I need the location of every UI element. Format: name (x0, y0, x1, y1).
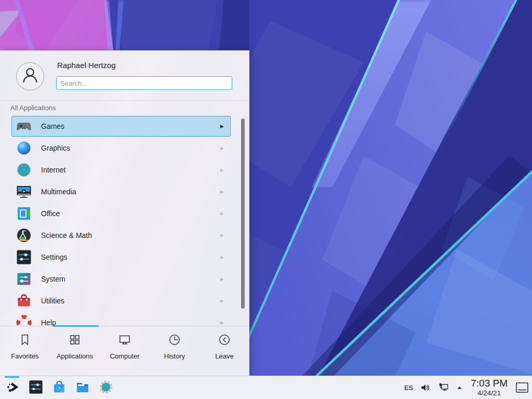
leave-icon (218, 333, 231, 349)
submenu-arrow-icon: ▶ (220, 320, 224, 325)
clock-time: 7:03 PM (471, 378, 508, 388)
settings-icon (16, 249, 32, 265)
system-tray: ES 7:03 PM 4/24/21 (404, 378, 529, 397)
submenu-arrow-icon: ▶ (220, 233, 224, 238)
graphics-icon (16, 140, 32, 156)
tab-applications[interactable]: Applications (50, 326, 100, 376)
help-icon (16, 314, 32, 326)
section-label: All Applications (10, 104, 56, 112)
taskbar-button-application-launcher[interactable] (4, 379, 21, 396)
submenu-arrow-icon: ▶ (220, 255, 224, 260)
bookmark-icon (18, 333, 32, 349)
desktop: Raphael Hertzog All Applications Games ▶… (0, 0, 532, 399)
submenu-arrow-icon: ▶ (220, 211, 224, 216)
category-utilities[interactable]: Utilities ▶ (11, 290, 231, 311)
system-icon (16, 271, 32, 287)
tab-favorites[interactable]: Favorites (0, 326, 50, 376)
taskbar-button-discover[interactable] (51, 379, 68, 396)
user-name: Raphael Hertzog (57, 61, 116, 70)
category-games[interactable]: Games ▶ (11, 116, 231, 137)
submenu-arrow-icon: ▶ (220, 167, 224, 172)
submenu-arrow-icon: ▶ (220, 189, 224, 194)
user-avatar[interactable] (16, 62, 44, 90)
show-desktop-button[interactable] (515, 381, 529, 394)
kickoff-icon (5, 379, 20, 396)
digital-clock[interactable]: 7:03 PM 4/24/21 (471, 378, 508, 397)
system-settings-icon (28, 379, 44, 396)
category-list: Games ▶ Graphics ▶ Internet ▶ Multimedia… (0, 116, 249, 326)
search-input[interactable] (56, 76, 232, 90)
gamepad-icon (16, 118, 32, 135)
category-science-math[interactable]: Science & Math ▶ (11, 225, 231, 246)
submenu-arrow-icon: ▶ (220, 276, 224, 282)
active-task-indicator (5, 376, 19, 378)
submenu-arrow-icon: ▶ (220, 145, 224, 151)
submenu-arrow-icon: ▶ (220, 124, 224, 129)
dolphin-icon (75, 379, 90, 396)
science-icon (16, 227, 32, 244)
grid-icon (68, 333, 82, 349)
launcher-tab-bar: Favorites Applications Computer History … (0, 326, 249, 376)
volume-icon[interactable] (420, 382, 431, 393)
tab-computer[interactable]: Computer (100, 326, 150, 376)
tab-history[interactable]: History (150, 326, 200, 376)
taskbar: ES 7:03 PM 4/24/21 (0, 376, 532, 399)
clock-icon (168, 333, 181, 349)
taskbar-button-file-manager[interactable] (74, 379, 91, 396)
multimedia-icon (16, 183, 32, 200)
category-system[interactable]: System ▶ (11, 269, 231, 289)
taskbar-button-system-settings[interactable] (28, 379, 44, 396)
category-internet[interactable]: Internet ▶ (11, 159, 231, 180)
utilities-icon (16, 292, 32, 309)
office-icon (16, 205, 32, 222)
network-icon[interactable] (438, 382, 449, 393)
user-icon (18, 63, 42, 89)
list-scrollbar[interactable] (241, 118, 245, 309)
browser-icon (98, 379, 114, 396)
globe-icon (16, 162, 32, 178)
monitor-icon (118, 333, 131, 349)
expand-tray-caret-icon[interactable] (456, 384, 463, 391)
category-office[interactable]: Office ▶ (11, 203, 231, 224)
category-help[interactable]: Help ▶ (11, 312, 231, 326)
category-graphics[interactable]: Graphics ▶ (11, 138, 231, 158)
keyboard-layout-indicator[interactable]: ES (404, 384, 413, 392)
application-launcher-popup: Raphael Hertzog All Applications Games ▶… (0, 50, 249, 376)
category-settings[interactable]: Settings ▶ (11, 247, 231, 268)
category-multimedia[interactable]: Multimedia ▶ (11, 181, 231, 202)
tab-leave[interactable]: Leave (200, 326, 249, 376)
header-divider (0, 100, 249, 101)
submenu-arrow-icon: ▶ (220, 298, 224, 303)
discover-icon (51, 379, 67, 396)
taskbar-button-web-browser[interactable] (98, 379, 114, 396)
clock-date: 4/24/21 (471, 390, 508, 397)
